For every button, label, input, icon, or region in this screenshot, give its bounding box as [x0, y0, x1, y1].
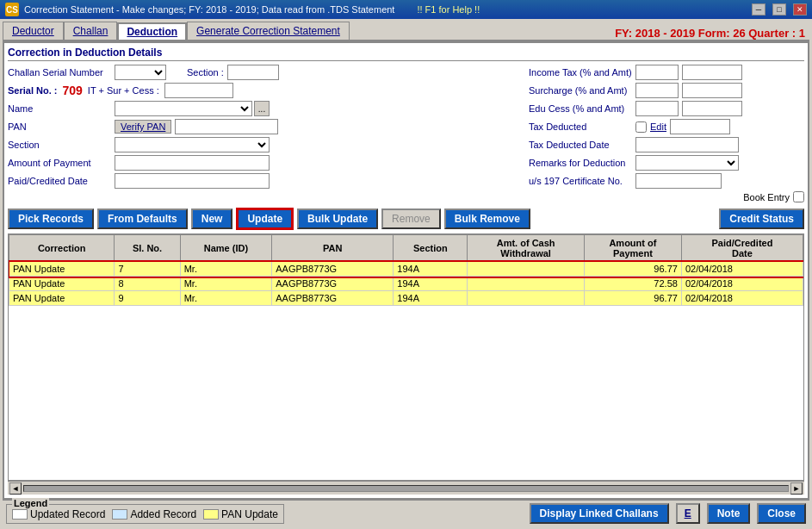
- credit-status-button[interactable]: Credit Status: [719, 208, 804, 229]
- new-button[interactable]: New: [191, 208, 233, 229]
- pan-label: PAN: [8, 121, 111, 132]
- pick-records-button[interactable]: Pick Records: [8, 208, 94, 229]
- paid-date-input[interactable]: [115, 173, 270, 189]
- edu-cess-pct[interactable]: [635, 101, 679, 116]
- section-dropdown[interactable]: [115, 137, 270, 152]
- display-linked-challans-button[interactable]: Display Linked Challans: [530, 503, 669, 524]
- section-row: Section: [8, 137, 520, 152]
- pan-row: PAN Verify PAN: [8, 119, 520, 134]
- edu-cess-amt[interactable]: [682, 101, 742, 116]
- name-select[interactable]: [115, 101, 252, 116]
- us197-input[interactable]: [635, 173, 722, 189]
- us197-label: u/s 197 Certificate No.: [529, 176, 632, 186]
- action-bar: Pick Records From Defaults New Update Bu…: [8, 208, 804, 230]
- surcharge-amt[interactable]: [682, 83, 742, 98]
- amount-label: Amount of Payment: [8, 158, 111, 168]
- remarks-row: Remarks for Deduction: [529, 155, 804, 171]
- tab-challan[interactable]: Challan: [64, 22, 118, 40]
- tax-deducted-checkbox[interactable]: [635, 121, 647, 133]
- remarks-select[interactable]: [635, 155, 739, 171]
- title-bar-left: CS Correction Statement - Make changes; …: [5, 3, 480, 16]
- tab-deductor[interactable]: Deductor: [3, 22, 64, 40]
- form-right: Income Tax (% and Amt) Surcharge (% and …: [529, 65, 804, 204]
- col-correction: Correction: [9, 235, 115, 262]
- challan-serial-select[interactable]: [115, 65, 166, 80]
- table-cell: AAGPB8773G: [272, 262, 394, 277]
- title-bar-text: Correction Statement - Make changes; FY:…: [24, 4, 394, 15]
- remove-button[interactable]: Remove: [381, 208, 441, 229]
- table-body: PAN Update7Mr.AAGPB8773G194A96.7702/04/2…: [9, 262, 803, 306]
- from-defaults-button[interactable]: From Defaults: [97, 208, 188, 229]
- table-cell: AAGPB8773G: [272, 277, 394, 291]
- fy-info: FY: 2018 - 2019 Form: 26 Quarter : 1: [615, 27, 809, 40]
- surcharge-label: Surcharge (% and Amt): [529, 85, 632, 96]
- close-button[interactable]: Close: [757, 503, 806, 524]
- content-area: Correction in Deduction Details Challan …: [3, 41, 809, 500]
- table-cell: 02/04/2018: [681, 277, 803, 291]
- note-button[interactable]: Note: [707, 503, 751, 524]
- serial-no-row: Serial No. : 709 IT + Sur + Cess :: [8, 83, 520, 98]
- table-row[interactable]: PAN Update8Mr.AAGPB8773G194A72.5802/04/2…: [9, 277, 803, 291]
- remarks-label: Remarks for Deduction: [529, 158, 632, 168]
- maximize-button[interactable]: □: [772, 3, 786, 16]
- table-cell: [468, 262, 585, 277]
- legend-updated-label: Updated Record: [30, 508, 105, 520]
- us197-row: u/s 197 Certificate No.: [529, 173, 804, 189]
- edit-link[interactable]: Edit: [650, 121, 666, 132]
- it-sur-input[interactable]: [164, 83, 233, 98]
- tax-date-row: Tax Deducted Date: [529, 137, 804, 152]
- table-row[interactable]: PAN Update9Mr.AAGPB8773G194A96.7702/04/2…: [9, 291, 803, 306]
- scroll-right-button[interactable]: ►: [790, 482, 803, 495]
- col-sl-no: Sl. No.: [115, 235, 180, 262]
- income-tax-pct[interactable]: [635, 65, 679, 80]
- update-button[interactable]: Update: [236, 208, 294, 230]
- tax-deducted-value[interactable]: [670, 119, 730, 134]
- minimize-button[interactable]: ─: [752, 3, 766, 16]
- table-cell: 02/04/2018: [681, 291, 803, 306]
- table-row[interactable]: PAN Update7Mr.AAGPB8773G194A96.7702/04/2…: [9, 262, 803, 277]
- tax-date-input[interactable]: [635, 137, 739, 152]
- table-cell: 7: [115, 262, 180, 277]
- close-window-button[interactable]: ✕: [793, 3, 807, 16]
- scroll-left-button[interactable]: ◄: [9, 482, 22, 495]
- bulk-remove-button[interactable]: Bulk Remove: [444, 208, 530, 229]
- book-entry-label: Book Entry: [743, 192, 790, 202]
- table-cell: [468, 291, 585, 306]
- title-bar: CS Correction Statement - Make changes; …: [0, 0, 812, 19]
- legend: Legend Updated Record Added Record PAN U…: [6, 504, 284, 524]
- pan-input[interactable]: [175, 119, 278, 134]
- tax-deducted-label: Tax Deducted: [529, 121, 632, 132]
- table-cell: Mr.: [180, 262, 272, 277]
- verify-pan-button[interactable]: Verify PAN: [115, 120, 171, 134]
- table-cell: [468, 277, 585, 291]
- col-cash-withdrawal: Amt. of CashWithdrawal: [468, 235, 585, 262]
- app-icon: CS: [5, 3, 19, 16]
- legend-added-color: [112, 509, 127, 520]
- name-ellipsis-button[interactable]: ...: [254, 101, 270, 116]
- title-bar-controls: ─ □ ✕: [752, 3, 807, 16]
- tab-deduction[interactable]: Deduction: [117, 22, 187, 40]
- name-label: Name: [8, 103, 111, 114]
- scroll-track[interactable]: [23, 485, 789, 492]
- table-cell: 194A: [394, 291, 468, 306]
- book-entry-checkbox[interactable]: [793, 191, 804, 202]
- bulk-update-button[interactable]: Bulk Update: [297, 208, 378, 229]
- legend-pan-label: PAN Update: [221, 508, 278, 520]
- section-field-label: Section: [8, 140, 111, 150]
- table-cell: 8: [115, 277, 180, 291]
- e-button[interactable]: E: [676, 503, 700, 524]
- tab-generate-correction[interactable]: Generate Correction Statement: [187, 22, 350, 40]
- serial-no-value: 709: [62, 84, 82, 97]
- amount-input[interactable]: [115, 155, 270, 171]
- table-cell: 9: [115, 291, 180, 306]
- horizontal-scrollbar[interactable]: ◄ ►: [8, 481, 804, 495]
- col-pan: PAN: [272, 235, 394, 262]
- it-sur-label: IT + Sur + Cess :: [88, 85, 159, 96]
- income-tax-amt[interactable]: [682, 65, 742, 80]
- col-section: Section: [394, 235, 468, 262]
- legend-updated: Updated Record: [12, 508, 105, 520]
- section-input[interactable]: [227, 65, 279, 80]
- surcharge-pct[interactable]: [635, 83, 679, 98]
- col-paid-credited-date: Paid/CreditedDate: [681, 235, 803, 262]
- name-input-group: ...: [115, 101, 270, 116]
